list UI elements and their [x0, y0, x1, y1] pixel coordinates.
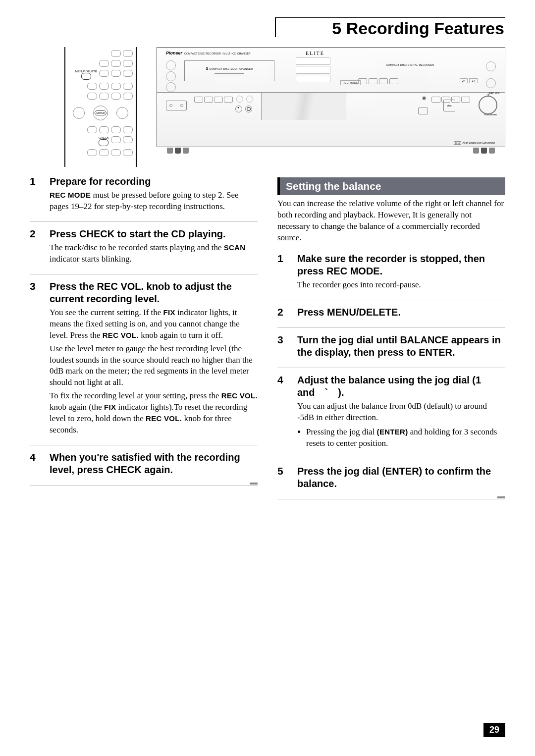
brand-logo: PioneerCOMPACT DISC RECORDER / MULTI-CD … — [166, 51, 251, 55]
figures-row: MENU/ DELETE ENTER CHECK — [64, 47, 505, 166]
step-bullet-list: Pressing the jog dial (ENTER) and holdin… — [297, 427, 505, 449]
step-number: 2 — [30, 228, 41, 267]
step-title: Turn the jog dial until BALANCE appears … — [297, 334, 505, 359]
remote-diagram: MENU/ DELETE ENTER CHECK — [64, 47, 137, 167]
step-number: 1 — [30, 175, 41, 215]
manual-page: 5 Recording Features MENU/ DELETE ENTER — [0, 0, 535, 756]
step: 2Press CHECK to start the CD playing.The… — [30, 221, 258, 274]
indicator-icon — [423, 97, 426, 100]
step-title: Press MENU/DELETE. — [297, 306, 505, 319]
push-enter-label: PUSH ENTER — [484, 113, 497, 116]
step-title: Adjust the balance using the jog dial (1… — [297, 374, 505, 399]
step-paragraph: You can adjust the balance from 0dB (def… — [297, 401, 505, 424]
step-paragraph: To fix the recording level at your setti… — [50, 390, 258, 436]
page-number: 29 — [483, 723, 505, 737]
step-number: 5 — [277, 465, 288, 492]
step-number: 4 — [277, 374, 288, 452]
section-intro: You can increase the relative volume of … — [277, 198, 505, 244]
record-button-icon — [235, 106, 242, 112]
step-number: 3 — [277, 334, 288, 361]
right-column: Setting the balance You can increase the… — [277, 173, 505, 716]
section-heading: Setting the balance — [277, 177, 505, 195]
display-icon — [296, 57, 330, 82]
disc-tray: 3-COMPACT DISC MULTI CHANGER — [184, 60, 274, 81]
hibit-label: 24 bitHi-bit Legato Link Conversion — [454, 141, 495, 145]
transport-button-icon — [236, 96, 243, 103]
unit-knob-icon — [166, 82, 176, 92]
step-paragraph: You see the current setting. If the FIX … — [50, 307, 258, 341]
rec-mode-label: REC MODE — [340, 80, 361, 85]
unit-diagram: PioneerCOMPACT DISC RECORDER / MULTI-CD … — [157, 47, 505, 147]
section-end-marker — [277, 499, 505, 503]
step-title: Press the jog dial (ENTER) to confirm th… — [297, 465, 505, 490]
rec-vol-knob-icon — [479, 96, 497, 114]
section-end-marker — [30, 486, 258, 489]
rec-vol-label: REC VOL — [489, 92, 500, 95]
chapter-title: 5 Recording Features — [332, 19, 504, 38]
header-rule-vertical — [275, 17, 276, 37]
step: 2Press MENU/DELETE. — [277, 300, 505, 327]
step-title: When you're satisfied with the recording… — [50, 451, 258, 476]
unit-knob-icon — [486, 61, 496, 71]
step-paragraph: Use the level meter to gauge the best re… — [50, 343, 258, 389]
step-title: Press CHECK to start the CD playing. — [50, 228, 258, 240]
unit-knob-icon — [166, 60, 176, 70]
step: 1Make sure the recorder is stopped, then… — [277, 251, 505, 300]
left-column: 1Prepare for recordingREC MODE must be p… — [30, 173, 258, 716]
step-number: 3 — [30, 280, 41, 438]
step-title: Make sure the recorder is stopped, then … — [297, 253, 505, 277]
enter-button-label: ENTER — [95, 110, 107, 115]
step-paragraph: REC MODE must be pressed before going to… — [50, 190, 258, 213]
step-title: Prepare for recording — [50, 175, 258, 188]
content-columns: 1Prepare for recordingREC MODE must be p… — [30, 173, 505, 716]
small-panel-icon — [418, 108, 428, 114]
step: 3Press the REC VOL. knob to adjust the c… — [30, 274, 258, 445]
play-button-icon — [245, 106, 252, 112]
transport-button-icon — [246, 96, 253, 103]
header-rule — [275, 17, 505, 18]
step-paragraph: The track/disc to be recorded starts pla… — [50, 242, 258, 265]
step: 3Turn the jog dial until BALANCE appears… — [277, 327, 505, 368]
unit-knob-icon — [166, 71, 176, 81]
step: 5Press the jog dial (ENTER) to confirm t… — [277, 459, 505, 499]
step: 1Prepare for recordingREC MODE must be p… — [30, 173, 258, 221]
unit-knob-icon — [486, 78, 496, 88]
cassette-icon — [166, 101, 187, 110]
elite-label: ELITE — [306, 51, 324, 56]
recorder-label: COMPACT DISC DIGITAL RECORDER — [350, 63, 470, 66]
step-paragraph: The recorder goes into record-pause. — [297, 279, 505, 291]
step: 4When you're satisfied with the recordin… — [30, 445, 258, 486]
step-number: 4 — [30, 451, 41, 478]
step-title: Press the REC VOL. knob to adjust the cu… — [50, 280, 258, 305]
step-bullet: Pressing the jog dial (ENTER) and holdin… — [306, 427, 505, 449]
step-number: 2 — [277, 306, 288, 321]
step: 4Adjust the balance using the jog dial (… — [277, 368, 505, 459]
step-number: 1 — [277, 253, 288, 293]
cd-tray-icon — [261, 93, 346, 120]
